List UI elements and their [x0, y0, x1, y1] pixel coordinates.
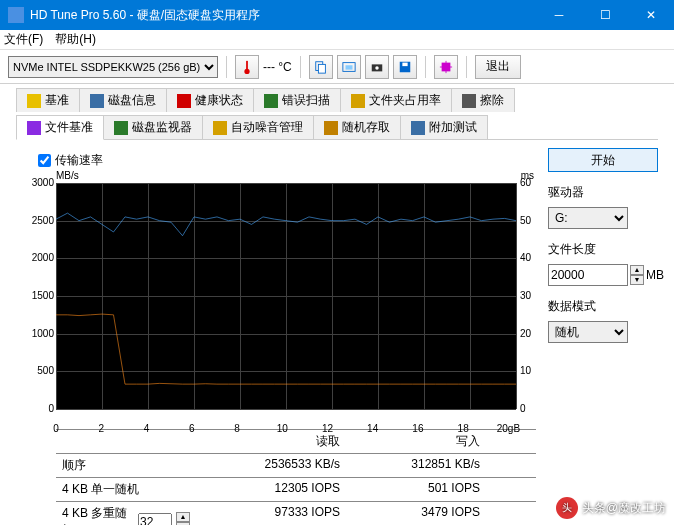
- tab-icon: [462, 94, 476, 108]
- data-mode-select[interactable]: 随机: [548, 321, 628, 343]
- table-row: 顺序2536533 KB/s312851 KB/s: [56, 454, 536, 478]
- spin-down[interactable]: ▼: [630, 275, 644, 285]
- svg-rect-9: [402, 62, 407, 66]
- tab-icon: [114, 121, 128, 135]
- tab-icon: [264, 94, 278, 108]
- transfer-rate-checkbox[interactable]: 传输速率: [38, 152, 536, 169]
- table-row: 4 KB 多重随机▲▼97333 IOPS3479 IOPS: [56, 502, 536, 525]
- file-length-input[interactable]: [548, 264, 628, 286]
- tab-错误扫描[interactable]: 错误扫描: [253, 88, 341, 112]
- tab-附加测试[interactable]: 附加测试: [400, 115, 488, 139]
- watermark: 头 头条@魔改工坊: [556, 497, 666, 519]
- tab-icon: [90, 94, 104, 108]
- results-table: 读取 写入 顺序2536533 KB/s312851 KB/s4 KB 单一随机…: [56, 429, 536, 525]
- minimize-button[interactable]: ─: [536, 0, 582, 30]
- tab-icon: [177, 94, 191, 108]
- drive-letter-select[interactable]: G:: [548, 207, 628, 229]
- exit-button[interactable]: 退出: [475, 55, 521, 79]
- svg-rect-0: [246, 60, 248, 69]
- close-button[interactable]: ✕: [628, 0, 674, 30]
- tab-icon: [351, 94, 365, 108]
- svg-rect-10: [441, 62, 450, 71]
- tab-文件夹占用率[interactable]: 文件夹占用率: [340, 88, 452, 112]
- svg-rect-5: [345, 65, 352, 69]
- tab-磁盘信息[interactable]: 磁盘信息: [79, 88, 167, 112]
- tab-健康状态[interactable]: 健康状态: [166, 88, 254, 112]
- thread-count-input[interactable]: [138, 513, 172, 525]
- app-icon: [8, 7, 24, 23]
- watermark-icon: 头: [556, 497, 578, 519]
- save-icon[interactable]: [393, 55, 417, 79]
- tab-磁盘监视器[interactable]: 磁盘监视器: [103, 115, 203, 139]
- screenshot-icon[interactable]: [337, 55, 361, 79]
- camera-icon[interactable]: [365, 55, 389, 79]
- tab-随机存取[interactable]: 随机存取: [313, 115, 401, 139]
- menu-help[interactable]: 帮助(H): [55, 31, 96, 48]
- svg-point-1: [244, 68, 249, 73]
- copy-icon[interactable]: [309, 55, 333, 79]
- file-length-label: 文件长度: [548, 241, 658, 258]
- table-row: 4 KB 单一随机12305 IOPS501 IOPS: [56, 478, 536, 502]
- benchmark-chart: MB/s ms 05001000150020002500300001020304…: [16, 173, 536, 423]
- drive-label: 驱动器: [548, 184, 658, 201]
- window-title: HD Tune Pro 5.60 - 硬盘/固态硬盘实用程序: [30, 7, 536, 24]
- tab-文件基准[interactable]: 文件基准: [16, 115, 104, 140]
- svg-rect-3: [318, 64, 325, 73]
- tab-icon: [27, 121, 41, 135]
- data-mode-label: 数据模式: [548, 298, 658, 315]
- tab-icon: [324, 121, 338, 135]
- tab-自动噪音管理[interactable]: 自动噪音管理: [202, 115, 314, 139]
- tab-icon: [27, 94, 41, 108]
- settings-icon[interactable]: [434, 55, 458, 79]
- temperature-value: --- °C: [263, 60, 292, 74]
- tab-擦除[interactable]: 擦除: [451, 88, 515, 112]
- tab-icon: [411, 121, 425, 135]
- menu-file[interactable]: 文件(F): [4, 31, 43, 48]
- spin-up[interactable]: ▲: [630, 265, 644, 275]
- tab-基准[interactable]: 基准: [16, 88, 80, 112]
- tab-icon: [213, 121, 227, 135]
- start-button[interactable]: 开始: [548, 148, 658, 172]
- maximize-button[interactable]: ☐: [582, 0, 628, 30]
- svg-point-7: [375, 66, 379, 70]
- thermometer-icon[interactable]: [235, 55, 259, 79]
- drive-select[interactable]: NVMe INTEL SSDPEKKW25 (256 gB): [8, 56, 218, 78]
